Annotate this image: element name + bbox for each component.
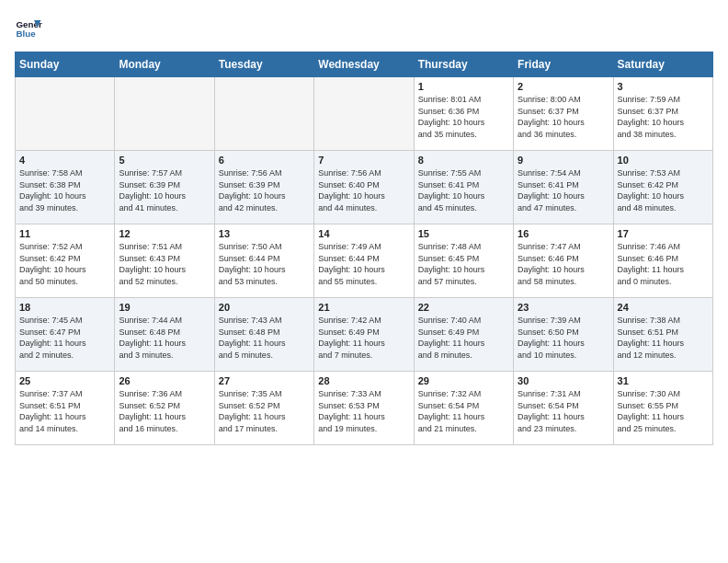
day-number: 6: [219, 155, 310, 166]
day-number: 7: [318, 155, 409, 166]
day-header-sunday: Sunday: [16, 52, 115, 77]
calendar-cell: [115, 77, 214, 151]
day-header-thursday: Thursday: [414, 52, 513, 77]
day-number: 17: [618, 228, 709, 239]
calendar-cell: 10Sunrise: 7:53 AM Sunset: 6:42 PM Dayli…: [613, 151, 712, 224]
day-info: Sunrise: 7:37 AM Sunset: 6:51 PM Dayligh…: [19, 388, 110, 434]
calendar-cell: 23Sunrise: 7:39 AM Sunset: 6:50 PM Dayli…: [514, 298, 613, 372]
day-number: 14: [318, 228, 409, 239]
calendar-cell: 4Sunrise: 7:58 AM Sunset: 6:38 PM Daylig…: [16, 151, 115, 224]
day-info: Sunrise: 7:57 AM Sunset: 6:39 PM Dayligh…: [119, 167, 210, 213]
week-row-2: 11Sunrise: 7:52 AM Sunset: 6:42 PM Dayli…: [16, 224, 713, 298]
calendar-cell: 3Sunrise: 7:59 AM Sunset: 6:37 PM Daylig…: [613, 77, 712, 151]
calendar-cell: [314, 77, 414, 151]
day-number: 26: [119, 375, 210, 386]
day-info: Sunrise: 7:39 AM Sunset: 6:50 PM Dayligh…: [518, 315, 609, 361]
day-header-friday: Friday: [514, 52, 613, 77]
calendar-cell: 9Sunrise: 7:54 AM Sunset: 6:41 PM Daylig…: [514, 151, 613, 224]
day-info: Sunrise: 7:33 AM Sunset: 6:53 PM Dayligh…: [318, 388, 409, 434]
day-number: 18: [19, 302, 110, 313]
calendar-table: SundayMondayTuesdayWednesdayThursdayFrid…: [15, 52, 713, 445]
day-info: Sunrise: 7:31 AM Sunset: 6:54 PM Dayligh…: [518, 388, 609, 434]
calendar-cell: 17Sunrise: 7:46 AM Sunset: 6:46 PM Dayli…: [613, 224, 712, 298]
calendar-cell: 30Sunrise: 7:31 AM Sunset: 6:54 PM Dayli…: [514, 372, 613, 445]
day-number: 31: [618, 375, 709, 386]
day-info: Sunrise: 7:50 AM Sunset: 6:44 PM Dayligh…: [219, 241, 310, 287]
day-number: 20: [219, 302, 310, 313]
day-info: Sunrise: 7:55 AM Sunset: 6:41 PM Dayligh…: [418, 167, 509, 213]
day-info: Sunrise: 7:44 AM Sunset: 6:48 PM Dayligh…: [119, 315, 210, 361]
calendar-cell: 21Sunrise: 7:42 AM Sunset: 6:49 PM Dayli…: [314, 298, 414, 372]
day-info: Sunrise: 7:56 AM Sunset: 6:39 PM Dayligh…: [219, 167, 310, 213]
day-number: 13: [219, 228, 310, 239]
day-info: Sunrise: 7:56 AM Sunset: 6:40 PM Dayligh…: [318, 167, 409, 213]
day-info: Sunrise: 7:48 AM Sunset: 6:45 PM Dayligh…: [418, 241, 509, 287]
day-info: Sunrise: 7:36 AM Sunset: 6:52 PM Dayligh…: [119, 388, 210, 434]
day-info: Sunrise: 7:47 AM Sunset: 6:46 PM Dayligh…: [518, 241, 609, 287]
calendar-cell: 25Sunrise: 7:37 AM Sunset: 6:51 PM Dayli…: [16, 372, 115, 445]
day-number: 16: [518, 228, 609, 239]
calendar-cell: [16, 77, 115, 151]
day-number: 3: [618, 81, 709, 92]
day-number: 30: [518, 375, 609, 386]
calendar-cell: 5Sunrise: 7:57 AM Sunset: 6:39 PM Daylig…: [115, 151, 214, 224]
calendar-cell: 24Sunrise: 7:38 AM Sunset: 6:51 PM Dayli…: [613, 298, 712, 372]
day-number: 2: [518, 81, 609, 92]
day-header-tuesday: Tuesday: [214, 52, 313, 77]
day-number: 11: [19, 228, 110, 239]
calendar-cell: 19Sunrise: 7:44 AM Sunset: 6:48 PM Dayli…: [115, 298, 214, 372]
day-number: 9: [518, 155, 609, 166]
day-number: 4: [19, 155, 110, 166]
day-info: Sunrise: 7:51 AM Sunset: 6:43 PM Dayligh…: [119, 241, 210, 287]
day-info: Sunrise: 7:35 AM Sunset: 6:52 PM Dayligh…: [219, 388, 310, 434]
day-info: Sunrise: 7:49 AM Sunset: 6:44 PM Dayligh…: [318, 241, 409, 287]
calendar-cell: 29Sunrise: 7:32 AM Sunset: 6:54 PM Dayli…: [414, 372, 513, 445]
calendar-cell: 8Sunrise: 7:55 AM Sunset: 6:41 PM Daylig…: [414, 151, 513, 224]
day-info: Sunrise: 7:42 AM Sunset: 6:49 PM Dayligh…: [318, 315, 409, 361]
calendar-cell: 13Sunrise: 7:50 AM Sunset: 6:44 PM Dayli…: [214, 224, 313, 298]
day-number: 8: [418, 155, 509, 166]
day-info: Sunrise: 8:00 AM Sunset: 6:37 PM Dayligh…: [518, 94, 609, 140]
calendar-cell: 11Sunrise: 7:52 AM Sunset: 6:42 PM Dayli…: [16, 224, 115, 298]
day-number: 15: [418, 228, 509, 239]
calendar-cell: [214, 77, 313, 151]
day-number: 12: [119, 228, 210, 239]
day-number: 10: [618, 155, 709, 166]
day-info: Sunrise: 7:52 AM Sunset: 6:42 PM Dayligh…: [19, 241, 110, 287]
day-number: 28: [318, 375, 409, 386]
calendar-cell: 31Sunrise: 7:30 AM Sunset: 6:55 PM Dayli…: [613, 372, 712, 445]
logo-icon: General Blue: [15, 15, 42, 42]
week-row-4: 25Sunrise: 7:37 AM Sunset: 6:51 PM Dayli…: [16, 372, 713, 445]
calendar-cell: 2Sunrise: 8:00 AM Sunset: 6:37 PM Daylig…: [514, 77, 613, 151]
day-header-monday: Monday: [115, 52, 214, 77]
day-info: Sunrise: 8:01 AM Sunset: 6:36 PM Dayligh…: [418, 94, 509, 140]
day-info: Sunrise: 7:45 AM Sunset: 6:47 PM Dayligh…: [19, 315, 110, 361]
week-row-0: 1Sunrise: 8:01 AM Sunset: 6:36 PM Daylig…: [16, 77, 713, 151]
calendar-cell: 28Sunrise: 7:33 AM Sunset: 6:53 PM Dayli…: [314, 372, 414, 445]
calendar-cell: 20Sunrise: 7:43 AM Sunset: 6:48 PM Dayli…: [214, 298, 313, 372]
day-info: Sunrise: 7:30 AM Sunset: 6:55 PM Dayligh…: [618, 388, 709, 434]
day-number: 24: [618, 302, 709, 313]
day-number: 5: [119, 155, 210, 166]
header: General Blue: [15, 15, 713, 42]
calendar-cell: 27Sunrise: 7:35 AM Sunset: 6:52 PM Dayli…: [214, 372, 313, 445]
day-number: 23: [518, 302, 609, 313]
calendar-cell: 26Sunrise: 7:36 AM Sunset: 6:52 PM Dayli…: [115, 372, 214, 445]
day-number: 1: [418, 81, 509, 92]
calendar-cell: 22Sunrise: 7:40 AM Sunset: 6:49 PM Dayli…: [414, 298, 513, 372]
day-number: 25: [19, 375, 110, 386]
day-number: 27: [219, 375, 310, 386]
calendar-cell: 7Sunrise: 7:56 AM Sunset: 6:40 PM Daylig…: [314, 151, 414, 224]
day-info: Sunrise: 7:40 AM Sunset: 6:49 PM Dayligh…: [418, 315, 509, 361]
day-header-wednesday: Wednesday: [314, 52, 414, 77]
week-row-3: 18Sunrise: 7:45 AM Sunset: 6:47 PM Dayli…: [16, 298, 713, 372]
calendar-cell: 6Sunrise: 7:56 AM Sunset: 6:39 PM Daylig…: [214, 151, 313, 224]
day-info: Sunrise: 7:43 AM Sunset: 6:48 PM Dayligh…: [219, 315, 310, 361]
day-info: Sunrise: 7:59 AM Sunset: 6:37 PM Dayligh…: [618, 94, 709, 140]
calendar-cell: 15Sunrise: 7:48 AM Sunset: 6:45 PM Dayli…: [414, 224, 513, 298]
day-header-saturday: Saturday: [613, 52, 712, 77]
day-info: Sunrise: 7:53 AM Sunset: 6:42 PM Dayligh…: [618, 167, 709, 213]
day-info: Sunrise: 7:58 AM Sunset: 6:38 PM Dayligh…: [19, 167, 110, 213]
calendar-cell: 16Sunrise: 7:47 AM Sunset: 6:46 PM Dayli…: [514, 224, 613, 298]
day-info: Sunrise: 7:38 AM Sunset: 6:51 PM Dayligh…: [618, 315, 709, 361]
